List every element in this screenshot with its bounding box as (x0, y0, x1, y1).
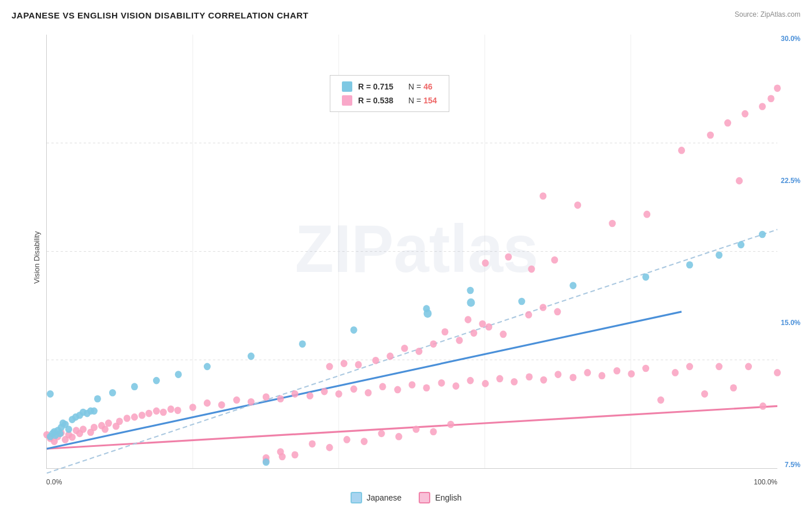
svg-line-8 (47, 312, 681, 449)
svg-point-48 (365, 389, 372, 397)
svg-point-147 (204, 363, 211, 371)
svg-point-82 (464, 316, 471, 323)
svg-point-108 (326, 363, 333, 371)
svg-point-44 (307, 392, 314, 400)
svg-point-32 (153, 408, 160, 415)
bottom-legend-japanese: Japanese (351, 492, 402, 503)
chart-container: JAPANESE VS ENGLISH VISION DISABILITY CO… (0, 0, 812, 515)
svg-point-114 (309, 440, 316, 447)
svg-point-30 (139, 412, 146, 419)
svg-point-46 (336, 390, 342, 398)
svg-point-119 (396, 433, 403, 441)
svg-point-138 (91, 408, 98, 415)
svg-point-97 (724, 120, 731, 127)
svg-point-67 (642, 365, 649, 372)
legend-item-blue: R = 0.715 N = 46 (342, 81, 437, 92)
legend-item-pink: R = 0.538 N = 154 (342, 95, 437, 106)
svg-point-64 (598, 372, 605, 379)
svg-point-155 (642, 273, 649, 281)
svg-point-150 (351, 326, 357, 334)
svg-point-78 (456, 337, 463, 344)
svg-point-148 (248, 353, 255, 360)
y-tick-15: 15.0% (781, 319, 800, 327)
chart-area: ZIPatlas (46, 35, 777, 469)
legend-r-pink: R = 0.538 (358, 96, 393, 105)
svg-point-63 (584, 369, 591, 376)
svg-point-69 (672, 369, 679, 376)
y-tick-75: 7.5% (785, 461, 800, 469)
svg-point-146 (175, 371, 182, 378)
svg-point-57 (496, 375, 503, 383)
svg-point-140 (69, 416, 76, 423)
svg-point-104 (387, 353, 394, 360)
legend-r-blue: R = 0.715 (358, 82, 393, 91)
svg-point-37 (204, 400, 211, 407)
svg-point-89 (528, 266, 535, 273)
svg-point-41 (263, 393, 270, 401)
chart-title: JAPANESE VS ENGLISH VISION DISABILITY CO… (12, 10, 308, 20)
svg-point-159 (759, 231, 766, 238)
svg-point-66 (628, 370, 635, 378)
svg-point-27 (116, 417, 123, 425)
svg-point-117 (361, 438, 368, 445)
svg-point-39 (233, 397, 240, 404)
chart-legend: R = 0.715 N = 46 R = 0.538 N = 154 (330, 75, 449, 112)
legend-n-blue: N = 46 (408, 82, 433, 91)
svg-point-28 (124, 415, 131, 422)
svg-point-74 (745, 363, 752, 371)
svg-point-149 (299, 340, 306, 348)
svg-point-55 (467, 377, 474, 385)
bottom-label-japanese: Japanese (367, 493, 402, 502)
svg-point-101 (774, 84, 781, 92)
svg-point-24 (102, 426, 109, 433)
svg-point-79 (470, 330, 477, 337)
svg-point-47 (351, 386, 357, 393)
svg-point-49 (379, 383, 386, 390)
svg-point-53 (438, 379, 445, 387)
svg-point-113 (292, 451, 299, 458)
svg-point-87 (482, 259, 489, 267)
svg-point-162 (423, 309, 431, 318)
svg-point-91 (539, 192, 546, 200)
bottom-swatch-blue (351, 492, 362, 503)
watermark-text: ZIPatlas (295, 212, 538, 286)
svg-point-29 (131, 413, 138, 421)
source-label: Source: ZipAtlas.com (735, 10, 800, 18)
bottom-swatch-pink (419, 492, 430, 503)
svg-point-58 (511, 378, 517, 386)
svg-point-50 (394, 386, 401, 394)
svg-point-121 (430, 428, 437, 435)
svg-point-90 (551, 256, 558, 264)
svg-point-36 (189, 404, 196, 411)
svg-point-52 (423, 384, 430, 391)
y-axis-ticks: 30.0% 22.5% 15.0% 7.5% (781, 35, 800, 469)
svg-point-38 (218, 401, 225, 409)
svg-point-17 (69, 434, 76, 441)
y-tick-30: 30.0% (781, 35, 800, 43)
svg-point-158 (737, 241, 744, 249)
svg-point-145 (153, 377, 160, 385)
svg-point-120 (412, 426, 419, 433)
y-tick-225: 22.5% (781, 177, 800, 185)
svg-point-42 (277, 395, 284, 402)
svg-point-161 (467, 298, 475, 307)
svg-point-142 (94, 395, 101, 402)
svg-point-85 (539, 304, 546, 311)
bottom-legend-english: English (419, 492, 461, 503)
svg-point-134 (49, 430, 56, 438)
svg-point-25 (105, 420, 112, 427)
svg-point-118 (378, 430, 385, 438)
svg-point-141 (76, 412, 83, 419)
svg-point-144 (131, 383, 138, 390)
svg-point-157 (716, 252, 722, 259)
svg-point-160 (263, 458, 270, 466)
svg-point-54 (452, 382, 459, 390)
svg-point-51 (409, 381, 416, 389)
legend-n-pink: N = 154 (408, 96, 437, 105)
svg-point-107 (430, 340, 437, 348)
svg-point-100 (768, 95, 774, 102)
x-axis-labels: 0.0% 100.0% (46, 478, 777, 486)
svg-point-102 (736, 177, 743, 185)
svg-point-40 (248, 398, 255, 406)
svg-point-103 (373, 357, 379, 364)
